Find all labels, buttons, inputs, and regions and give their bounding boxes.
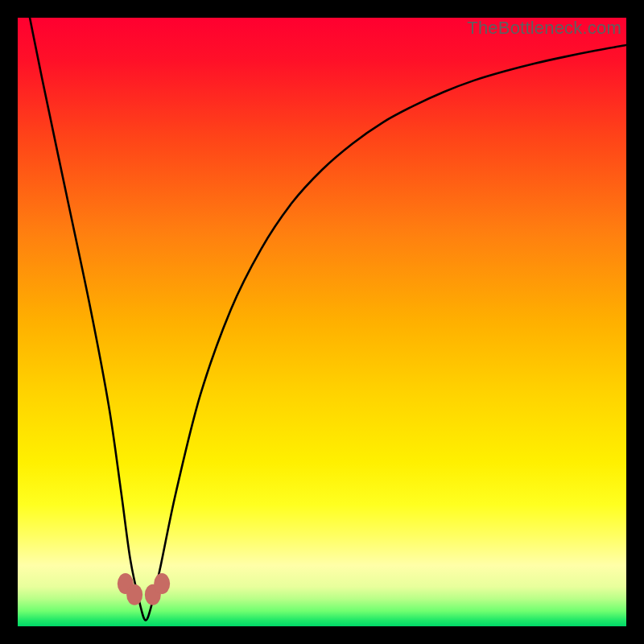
optimum-marker	[126, 584, 142, 605]
watermark-text: TheBottleneck.com	[467, 18, 621, 39]
chart-frame: TheBottleneck.com	[0, 0, 644, 644]
optimum-marker	[154, 573, 170, 594]
plot-area: TheBottleneck.com	[18, 18, 626, 626]
plot-svg	[18, 18, 626, 626]
gradient-background	[18, 18, 626, 626]
